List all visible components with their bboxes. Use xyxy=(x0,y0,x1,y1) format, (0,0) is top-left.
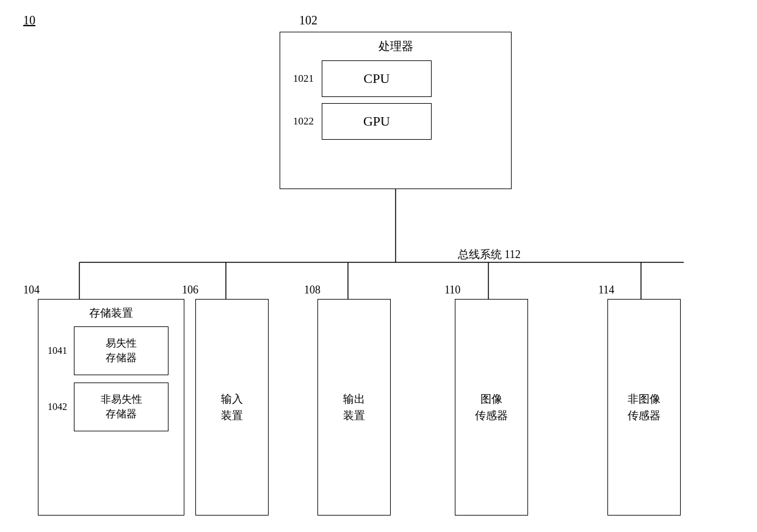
ref-104: 104 xyxy=(23,284,40,297)
input-box: 输入 装置 xyxy=(195,299,269,516)
nonvolatile-label: 非易失性 存储器 xyxy=(101,392,142,422)
processor-box: 处理器 1021 CPU 1022 GPU xyxy=(280,32,512,189)
ref-1021: 1021 xyxy=(291,73,316,85)
storage-box: 存储装置 1041 易失性 存储器 1042 非易失性 存储器 xyxy=(38,299,184,516)
ref-1041: 1041 xyxy=(46,345,69,356)
volatile-box: 易失性 存储器 xyxy=(74,326,168,375)
processor-label: 处理器 xyxy=(378,38,413,54)
output-box: 输出 装置 xyxy=(317,299,391,516)
cpu-label: CPU xyxy=(364,71,390,87)
gpu-box: GPU xyxy=(322,103,432,140)
nonvolatile-box: 非易失性 存储器 xyxy=(74,383,168,431)
non-image-sensor-box: 非图像 传感器 xyxy=(607,299,681,516)
output-label: 输出 装置 xyxy=(343,391,365,424)
diagram: 10 102 处理器 1021 CPU 1022 GPU 总线系统 112 10… xyxy=(0,0,757,532)
storage-label: 存储装置 xyxy=(89,306,133,320)
ref-10: 10 xyxy=(23,13,35,27)
ref-1042: 1042 xyxy=(46,401,69,412)
gpu-label: GPU xyxy=(363,113,390,129)
image-sensor-box: 图像 传感器 xyxy=(455,299,528,516)
input-label: 输入 装置 xyxy=(221,391,243,424)
ref-108: 108 xyxy=(304,284,321,297)
bus-label: 总线系统 112 xyxy=(458,247,521,262)
image-sensor-label: 图像 传感器 xyxy=(475,391,508,424)
ref-106: 106 xyxy=(182,284,198,297)
ref-102: 102 xyxy=(299,13,317,27)
non-image-sensor-label: 非图像 传感器 xyxy=(628,391,661,424)
ref-114: 114 xyxy=(598,284,614,297)
ref-110: 110 xyxy=(444,284,460,297)
ref-1022: 1022 xyxy=(291,115,316,128)
cpu-box: CPU xyxy=(322,60,432,97)
volatile-label: 易失性 存储器 xyxy=(106,336,137,365)
